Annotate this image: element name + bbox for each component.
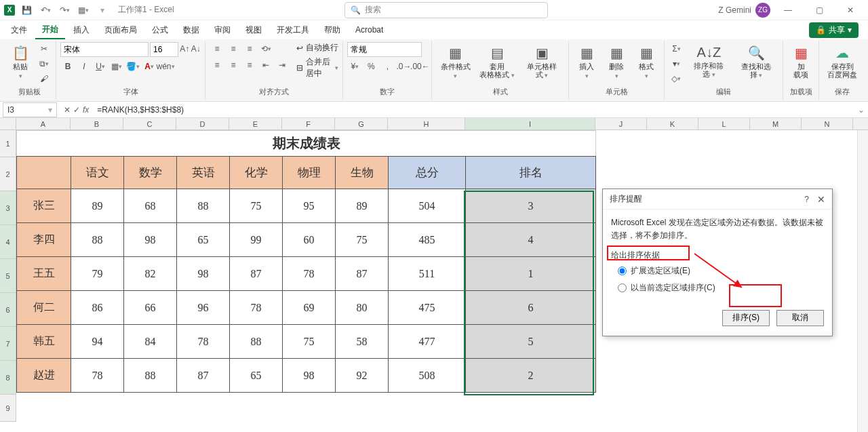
row-header[interactable]: 2 [0,157,16,191]
row-header[interactable]: 8 [0,361,16,395]
font-name-select[interactable] [60,42,149,57]
tab-layout[interactable]: 页面布局 [98,22,144,39]
currency-icon[interactable]: ¥ [347,60,362,73]
row-header[interactable]: 3 [0,191,16,225]
col-header[interactable]: H [388,118,465,130]
tab-review[interactable]: 审阅 [208,22,237,39]
tab-formulas[interactable]: 公式 [145,22,175,39]
insert-cells-button[interactable]: ▦插入 [573,42,600,83]
cell-style-button[interactable]: ▣单元格样式 [519,42,565,82]
align-center-icon[interactable]: ≡ [226,58,241,72]
indent-inc-icon[interactable]: ⇥ [275,58,290,72]
find-select-button[interactable]: 🔍查找和选择 [734,42,778,82]
format-painter-icon[interactable]: 🖌 [37,72,52,85]
percent-icon[interactable]: % [363,60,378,73]
row-header[interactable]: 9 [0,395,16,422]
tab-acrobat[interactable]: Acrobat [349,22,390,37]
col-header[interactable]: B [71,118,123,130]
undo-icon[interactable]: ↶ [38,3,53,18]
phonetic-icon[interactable]: wén [158,60,173,73]
decrease-font-icon[interactable]: A↓ [191,42,201,56]
align-right-icon[interactable]: ≡ [242,58,257,72]
border-icon[interactable]: ▦ [109,60,124,73]
row-header[interactable]: 5 [0,259,16,293]
copy-icon[interactable]: ⧉ [37,57,52,71]
fill-color-icon[interactable]: 🪣 [125,60,140,73]
row-header[interactable]: 1 [0,130,16,157]
row-header[interactable]: 4 [0,225,16,259]
row-header[interactable]: 6 [0,293,16,327]
col-header[interactable]: M [750,118,802,130]
table-format-button[interactable]: ▤套用 表格格式 [478,42,517,82]
col-header[interactable]: D [176,118,229,130]
align-middle-icon[interactable]: ≡ [226,42,241,56]
autosum-icon[interactable]: Σ [669,42,684,56]
increase-font-icon[interactable]: A↑ [180,42,190,56]
qat-customize-icon[interactable]: ▾ [95,3,110,18]
radio-expand-selection[interactable]: 扩展选定区域(E) [611,262,824,279]
cancel-formula-icon[interactable]: ✕ [64,105,71,115]
tab-dev[interactable]: 开发工具 [270,22,316,39]
tab-help[interactable]: 帮助 [317,22,347,39]
name-box[interactable]: I3▾ [3,102,57,117]
redo-icon[interactable]: ↷ [57,3,72,18]
decrease-decimal-icon[interactable]: .00← [412,60,427,73]
paste-button[interactable]: 📋 粘贴 [7,42,34,83]
close-icon[interactable]: ✕ [837,1,864,20]
sort-button[interactable]: 排序(S) [722,310,770,326]
fill-icon[interactable]: ▾ [669,57,684,71]
italic-icon[interactable]: I [77,60,92,73]
number-format-select[interactable] [347,42,422,57]
wrap-text-button[interactable]: ↩自动换行 [296,42,338,54]
clear-icon[interactable]: ◇ [669,72,684,85]
align-top-icon[interactable]: ≡ [210,42,224,56]
col-header[interactable]: N [802,118,853,130]
font-color-icon[interactable]: A [142,60,157,73]
dialog-help-icon[interactable]: ? [804,195,809,204]
save-icon[interactable]: 💾 [19,3,34,18]
col-header[interactable]: E [229,118,282,130]
search-box[interactable]: 🔍 搜索 [344,2,548,18]
tab-view[interactable]: 视图 [239,22,269,39]
baidu-save-button[interactable]: ☁保存到 百度网盘 [823,42,861,81]
addins-button[interactable]: ▦加 载项 [787,42,814,81]
underline-icon[interactable]: U [93,60,108,73]
delete-cells-button[interactable]: ▦删除 [603,42,630,83]
tab-data[interactable]: 数据 [176,22,206,39]
col-header[interactable]: A [16,118,71,130]
orientation-icon[interactable]: ⟲ [258,42,273,56]
radio-current-input[interactable] [618,283,627,292]
dialog-close-icon[interactable]: ✕ [817,194,825,205]
comma-icon[interactable]: , [380,60,395,73]
user-account[interactable]: Z Gemini ZG [718,3,770,18]
cut-icon[interactable]: ✂ [37,42,52,56]
col-header[interactable]: F [282,118,335,130]
select-all-corner[interactable] [0,118,16,130]
radio-current-selection[interactable]: 以当前选定区域排序(C) [611,279,824,296]
conditional-format-button[interactable]: ▦条件格式 [436,42,475,83]
qat-more-icon[interactable]: ▦ [76,3,91,18]
col-header[interactable]: L [698,118,750,130]
col-header[interactable]: I [465,118,595,130]
merge-button[interactable]: ⊟合并后居中 [296,56,338,79]
enter-formula-icon[interactable]: ✓ [73,105,80,115]
col-header[interactable]: J [595,118,647,130]
fx-icon[interactable]: fx [83,105,89,115]
bold-icon[interactable]: B [60,60,75,73]
tab-file[interactable]: 文件 [4,22,34,39]
col-header[interactable]: C [123,118,176,130]
col-header[interactable]: K [647,118,698,130]
cancel-button[interactable]: 取消 [776,310,824,326]
formula-expand-icon[interactable]: ⌄ [854,105,868,115]
minimize-icon[interactable]: — [774,1,802,20]
increase-decimal-icon[interactable]: .0→ [396,60,411,73]
indent-dec-icon[interactable]: ⇤ [258,58,273,72]
row-header[interactable]: 7 [0,327,16,361]
tab-home[interactable]: 开始 [35,21,65,39]
col-header[interactable]: G [335,118,388,130]
share-button[interactable]: 🔒 共享 ▾ [809,22,859,38]
align-left-icon[interactable]: ≡ [210,58,224,72]
align-bottom-icon[interactable]: ≡ [242,42,257,56]
format-cells-button[interactable]: ▦格式 [633,42,660,83]
formula-input[interactable]: =RANK(H3,$H$3:$H$8) [93,105,854,115]
